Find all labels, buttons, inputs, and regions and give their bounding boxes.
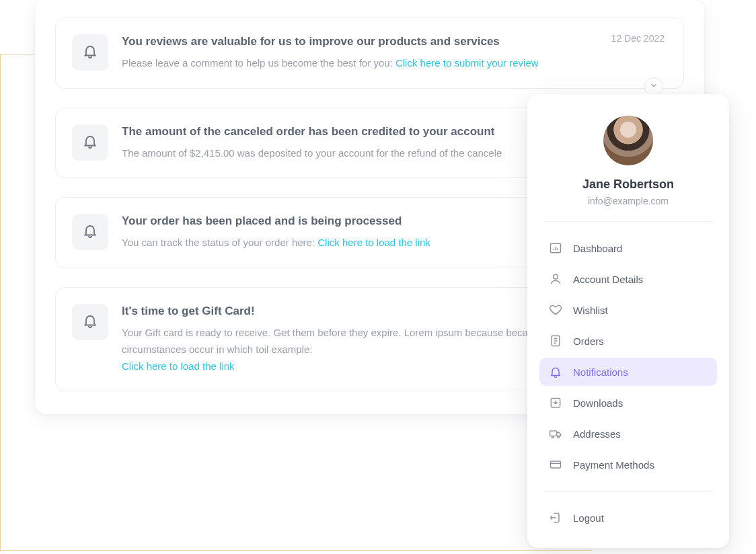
nav-item-notifications[interactable]: Notifications (539, 358, 717, 386)
user-email: info@example.com (539, 196, 717, 206)
bell-icon (82, 43, 98, 62)
orders-icon (549, 334, 562, 348)
notification-link[interactable]: Click here to load the link (317, 237, 430, 248)
user-name: Jane Robertson (539, 177, 717, 192)
notification-date: 12 Dec 2022 (611, 33, 665, 44)
nav-label: Payment Methods (573, 459, 654, 471)
nav-label: Logout (573, 512, 604, 524)
bell-icon-tile (72, 124, 108, 161)
notification-text-prefix: The amount of $2,415.00 was deposited to… (122, 147, 502, 159)
nav-item-orders[interactable]: Orders (539, 327, 717, 355)
svg-rect-10 (551, 461, 561, 468)
notification-text-prefix: Please leave a comment to help us become… (122, 57, 395, 69)
logout-icon (549, 511, 562, 524)
divider (543, 491, 713, 491)
dashboard-icon (549, 241, 562, 255)
heart-icon (549, 303, 562, 317)
nav-item-dashboard[interactable]: Dashboard (539, 234, 717, 262)
notification-text: Please leave a comment to help us become… (122, 55, 665, 72)
nav-item-account-details[interactable]: Account Details (539, 265, 717, 293)
nav-item-wishlist[interactable]: Wishlist (539, 296, 717, 324)
bell-icon (549, 365, 562, 379)
bell-icon-tile (72, 304, 108, 340)
bell-icon-tile (72, 214, 108, 250)
svg-rect-7 (550, 431, 557, 436)
svg-point-9 (558, 436, 560, 438)
bell-icon (82, 313, 98, 331)
nav-item-downloads[interactable]: Downloads (539, 389, 717, 417)
notification-body: You reviews are valuable for us to impro… (122, 34, 665, 72)
chevron-down-icon (649, 81, 658, 93)
nav-label: Downloads (573, 397, 623, 409)
expand-toggle-button[interactable] (644, 77, 663, 96)
avatar (603, 116, 653, 165)
bell-icon (82, 133, 98, 152)
nav-label: Addresses (573, 428, 621, 440)
notification-link[interactable]: Click here to load the link (122, 360, 235, 372)
nav-label: Wishlist (573, 305, 608, 316)
svg-point-1 (554, 274, 558, 279)
notification-link[interactable]: Click here to submit your review (395, 57, 539, 69)
nav-list: Dashboard Account Details Wishlist Order… (539, 234, 717, 479)
nav-item-payment-methods[interactable]: Payment Methods (539, 450, 717, 479)
nav-label: Orders (573, 335, 604, 347)
truck-icon (549, 427, 562, 440)
bell-icon-tile (72, 34, 108, 71)
nav-item-logout[interactable]: Logout (539, 504, 717, 532)
bell-icon (82, 223, 98, 241)
card-icon (549, 458, 562, 471)
user-icon (549, 272, 562, 286)
notification-item: You reviews are valuable for us to impro… (55, 17, 684, 89)
svg-point-8 (552, 436, 554, 438)
nav-label: Dashboard (573, 243, 622, 254)
notification-text-prefix: You can track the status of your order h… (122, 237, 317, 248)
decorative-frame-bottom (0, 550, 592, 551)
nav-label: Account Details (573, 274, 643, 285)
nav-item-addresses[interactable]: Addresses (539, 420, 717, 448)
account-panel: Jane Robertson info@example.com Dashboar… (527, 94, 729, 548)
nav-label: Notifications (573, 366, 628, 378)
notification-title: You reviews are valuable for us to impro… (122, 34, 665, 50)
divider (543, 221, 713, 222)
download-icon (549, 396, 562, 409)
